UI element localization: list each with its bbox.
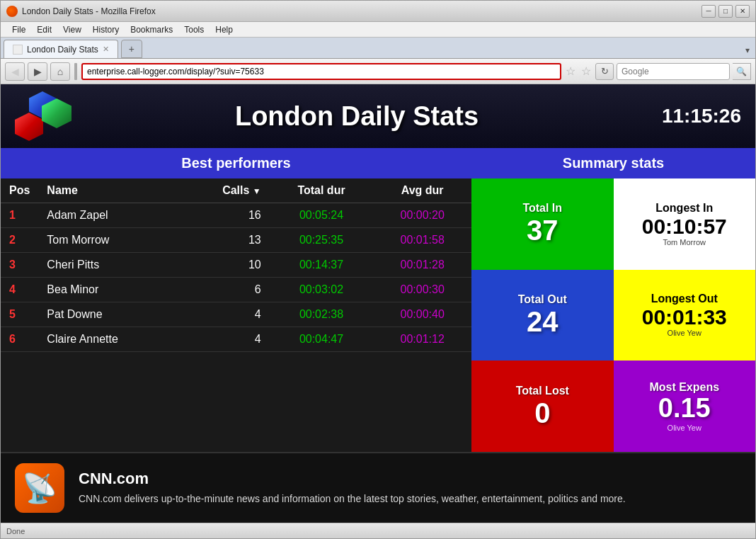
menu-bar: File Edit View History Bookmarks Tools H…: [1, 22, 755, 38]
summary-sub-1: Tom Morrow: [663, 238, 706, 246]
window-controls: ─ □ ✕: [701, 5, 750, 18]
refresh-button[interactable]: ↻: [595, 63, 614, 80]
table-row: 5 Pat Downe 4 00:02:38 00:00:40: [1, 302, 471, 327]
tab-label: London Daily Stats: [27, 45, 98, 55]
cell-calls: 6: [180, 278, 269, 302]
menu-tools[interactable]: Tools: [178, 23, 210, 36]
cell-name: Cheri Pitts: [38, 253, 180, 278]
cell-totaldur: 00:02:38: [270, 302, 374, 327]
footer-bar: 📡 CNN.com CNN.com delivers up-to-the-min…: [1, 452, 755, 523]
footer-description: CNN.com delivers up-to-the-minute news a…: [79, 492, 626, 506]
summary-label-5: Most Expens: [649, 381, 719, 394]
status-text: Done: [6, 527, 25, 535]
performers-table: Pos Name Calls ▼ Total dur Avg dur 1 Ada…: [1, 178, 471, 352]
summary-label-3: Longest Out: [651, 293, 718, 305]
sort-arrow-icon: ▼: [253, 186, 261, 196]
home-button[interactable]: ⌂: [50, 62, 70, 81]
menu-help[interactable]: Help: [210, 23, 239, 36]
cell-calls: 16: [180, 203, 269, 228]
cell-pos: 5: [1, 302, 38, 327]
logo-cubes: [15, 91, 71, 141]
cell-calls: 4: [180, 327, 269, 352]
window-title: London Daily Stats - Mozilla Firefox: [22, 6, 156, 16]
summary-value-0: 37: [527, 215, 559, 246]
main-area: Pos Name Calls ▼ Total dur Avg dur 1 Ada…: [1, 178, 755, 452]
forward-button[interactable]: ▶: [28, 62, 47, 81]
summary-label-4: Total Lost: [516, 385, 569, 397]
summary-stats-section: Total In37Longest In00:10:57Tom MorrowTo…: [471, 178, 755, 452]
cell-name: Bea Minor: [38, 278, 180, 302]
search-input[interactable]: [617, 63, 730, 80]
status-bar: Done: [1, 523, 755, 538]
summary-value-4: 0: [534, 397, 550, 429]
table-row: 1 Adam Zapel 16 00:05:24 00:00:20: [1, 203, 471, 228]
menu-view[interactable]: View: [57, 23, 87, 36]
firefox-icon: [6, 6, 18, 17]
summary-value-2: 24: [527, 306, 559, 337]
page-header: London Daily Stats 11:15:26: [1, 84, 755, 148]
page-content: London Daily Stats 11:15:26 Best perform…: [1, 84, 755, 523]
summary-label-0: Total In: [522, 202, 562, 215]
tab-expand-button[interactable]: ▾: [743, 42, 752, 58]
cell-name: Claire Annette: [38, 327, 180, 352]
summary-cell-0: Total In37: [471, 178, 614, 270]
table-header-row: Pos Name Calls ▼ Total dur Avg dur: [1, 178, 471, 203]
cube-red: [15, 113, 43, 141]
summary-section-header: Summary stats: [471, 148, 755, 178]
maximize-button[interactable]: □: [718, 5, 733, 18]
search-button[interactable]: 🔍: [733, 63, 751, 80]
cell-totaldur: 00:14:37: [270, 253, 374, 278]
performers-table-section: Pos Name Calls ▼ Total dur Avg dur 1 Ada…: [1, 178, 471, 452]
menu-bookmarks[interactable]: Bookmarks: [125, 23, 178, 36]
col-header-calls[interactable]: Calls ▼: [180, 178, 269, 203]
minimize-button[interactable]: ─: [701, 5, 716, 18]
cell-pos: 6: [1, 327, 38, 352]
table-row: 3 Cheri Pitts 10 00:14:37 00:01:28: [1, 253, 471, 278]
cell-calls: 4: [180, 302, 269, 327]
url-input[interactable]: [81, 63, 561, 80]
menu-history[interactable]: History: [87, 23, 125, 36]
cell-pos: 4: [1, 278, 38, 302]
cell-name: Adam Zapel: [38, 203, 180, 228]
cell-pos: 3: [1, 253, 38, 278]
footer-text: CNN.com CNN.com delivers up-to-the-minut…: [79, 470, 626, 506]
tab-favicon: [13, 45, 23, 55]
summary-sub-5: Olive Yew: [668, 424, 701, 432]
summary-cell-3: Longest Out00:01:33Olive Yew: [614, 270, 756, 361]
rss-symbol: 📡: [22, 472, 57, 505]
cell-avgdur: 00:01:28: [373, 253, 471, 278]
bookmark-star-icon[interactable]: ☆: [566, 64, 575, 78]
tab-close-icon[interactable]: ✕: [103, 45, 109, 54]
nav-bar: ◀ ▶ ⌂ ☆ ☆ ↻ 🔍: [1, 59, 755, 84]
cell-totaldur: 00:04:47: [270, 327, 374, 352]
back-button[interactable]: ◀: [5, 62, 25, 81]
rss-icon: 📡: [15, 463, 64, 513]
new-tab-button[interactable]: +: [121, 40, 142, 58]
summary-cell-1: Longest In00:10:57Tom Morrow: [614, 178, 756, 270]
bookmark-star2-icon[interactable]: ☆: [581, 64, 591, 78]
summary-label-1: Longest In: [655, 202, 713, 215]
menu-file[interactable]: File: [6, 23, 31, 36]
cell-avgdur: 00:01:58: [373, 228, 471, 253]
table-row: 6 Claire Annette 4 00:04:47 00:01:12: [1, 327, 471, 352]
col-header-pos: Pos: [1, 178, 38, 203]
section-headers: Best performers Summary stats: [1, 148, 755, 178]
active-tab[interactable]: London Daily Stats ✕: [4, 40, 118, 58]
menu-edit[interactable]: Edit: [31, 23, 57, 36]
cell-avgdur: 00:00:40: [373, 302, 471, 327]
summary-label-2: Total Out: [518, 293, 567, 306]
cell-calls: 10: [180, 253, 269, 278]
page-time: 11:15:26: [628, 105, 741, 127]
close-button[interactable]: ✕: [735, 5, 750, 18]
summary-cell-5: Most Expens0.15Olive Yew: [614, 361, 756, 452]
summary-cell-4: Total Lost0: [471, 361, 614, 452]
col-header-avgdur: Avg dur: [373, 178, 471, 203]
cell-pos: 2: [1, 228, 38, 253]
cell-avgdur: 00:01:12: [373, 327, 471, 352]
page-title: London Daily Stats: [86, 101, 628, 132]
footer-site-title: CNN.com: [79, 470, 626, 488]
cell-totaldur: 00:05:24: [270, 203, 374, 228]
col-header-totaldur: Total dur: [270, 178, 374, 203]
performers-section-header: Best performers: [1, 148, 471, 178]
cell-totaldur: 00:25:35: [270, 228, 374, 253]
